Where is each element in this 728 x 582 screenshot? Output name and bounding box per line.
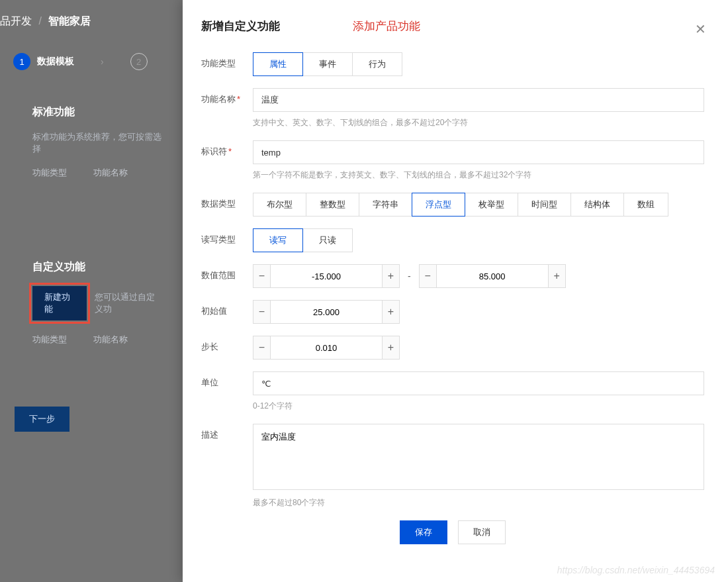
description-hint: 最多不超过80个字符 bbox=[253, 497, 704, 509]
modal-subtitle: 添加产品功能 bbox=[353, 19, 420, 34]
rw-type-readwrite[interactable]: 读写 bbox=[253, 228, 303, 252]
minus-icon[interactable]: − bbox=[253, 336, 271, 360]
label-init-value: 初始值 bbox=[201, 300, 253, 317]
func-type-event[interactable]: 事件 bbox=[302, 52, 353, 76]
cancel-button[interactable]: 取消 bbox=[458, 520, 506, 544]
identifier-input[interactable] bbox=[253, 140, 704, 164]
label-data-type: 数据类型 bbox=[201, 193, 253, 210]
col-header: 功能类型 bbox=[32, 167, 67, 179]
label-identifier: 标识符* bbox=[201, 140, 253, 158]
step-stepper: − + bbox=[253, 336, 400, 360]
unit-hint: 0-12个字符 bbox=[253, 401, 704, 412]
breadcrumb: 品开发 / 智能家居 bbox=[0, 15, 91, 28]
unit-input[interactable] bbox=[253, 371, 704, 395]
range-max-input[interactable] bbox=[437, 264, 548, 288]
data-type-bool[interactable]: 布尔型 bbox=[253, 193, 306, 217]
label-range: 数值范围 bbox=[201, 264, 253, 281]
minus-icon[interactable]: − bbox=[419, 264, 437, 288]
add-function-modal: 新增自定义功能 添加产品功能 ✕ 功能类型 属性 事件 行为 功能名称* 支持中… bbox=[183, 0, 728, 582]
custom-function-card: 自定义功能 新建功能 您可以通过自定义功 功能类型 功能名称 bbox=[15, 245, 180, 391]
function-name-input[interactable] bbox=[253, 88, 704, 112]
data-type-array[interactable]: 数组 bbox=[623, 193, 668, 217]
close-icon[interactable]: ✕ bbox=[695, 23, 708, 36]
modal-footer: 保存 取消 bbox=[201, 520, 704, 544]
plus-icon[interactable]: + bbox=[382, 300, 400, 324]
description-textarea[interactable] bbox=[253, 424, 704, 490]
label-unit: 单位 bbox=[201, 371, 253, 389]
identifier-hint: 第一个字符不能是数字，支持英文、数字、下划线的组合，最多不超过32个字符 bbox=[253, 170, 704, 181]
label-function-type: 功能类型 bbox=[201, 52, 253, 70]
breadcrumb-part: 品开发 bbox=[0, 15, 32, 26]
func-type-action[interactable]: 行为 bbox=[352, 52, 402, 76]
data-type-enum[interactable]: 枚举型 bbox=[465, 193, 518, 217]
label-step: 步长 bbox=[201, 336, 253, 353]
func-type-attribute[interactable]: 属性 bbox=[253, 52, 303, 76]
step-label: 数据模板 bbox=[37, 56, 74, 68]
label-rw-type: 读写类型 bbox=[201, 228, 253, 246]
data-type-int[interactable]: 整数型 bbox=[306, 193, 359, 217]
range-min-stepper: − + bbox=[253, 264, 400, 288]
new-function-button[interactable]: 新建功能 bbox=[32, 286, 87, 320]
watermark: https://blog.csdn.net/weixin_44453694 bbox=[557, 565, 715, 575]
rw-type-readonly[interactable]: 只读 bbox=[302, 228, 353, 252]
step-1: 1 数据模板 bbox=[13, 53, 74, 70]
standard-function-card: 标准功能 标准功能为系统推荐，您可按需选择 功能类型 功能名称 bbox=[15, 90, 180, 222]
data-type-time[interactable]: 时间型 bbox=[518, 193, 571, 217]
card-title: 标准功能 bbox=[32, 105, 162, 119]
range-separator: - bbox=[408, 271, 411, 281]
step-2: 2 bbox=[130, 53, 148, 70]
data-type-string[interactable]: 字符串 bbox=[359, 193, 412, 217]
label-description: 描述 bbox=[201, 424, 253, 441]
breadcrumb-current: 智能家居 bbox=[48, 15, 91, 26]
data-type-group: 布尔型 整数型 字符串 浮点型 枚举型 时间型 结构体 数组 bbox=[253, 193, 704, 217]
init-value-stepper: − + bbox=[253, 300, 400, 324]
card-title: 自定义功能 bbox=[32, 260, 162, 274]
chevron-right-icon: › bbox=[101, 56, 104, 67]
data-type-struct[interactable]: 结构体 bbox=[570, 193, 624, 217]
minus-icon[interactable]: − bbox=[253, 300, 271, 324]
card-desc: 标准功能为系统推荐，您可按需选择 bbox=[32, 131, 162, 155]
range-max-stepper: − + bbox=[419, 264, 566, 288]
range-min-input[interactable] bbox=[271, 264, 382, 288]
save-button[interactable]: 保存 bbox=[400, 520, 447, 544]
minus-icon[interactable]: − bbox=[253, 264, 271, 288]
col-header: 功能名称 bbox=[93, 334, 128, 346]
plus-icon[interactable]: + bbox=[382, 336, 400, 360]
modal-title: 新增自定义功能 bbox=[201, 19, 280, 34]
init-value-input[interactable] bbox=[271, 300, 382, 324]
step-number: 2 bbox=[130, 53, 148, 70]
step-input[interactable] bbox=[271, 336, 382, 360]
function-type-group: 属性 事件 行为 bbox=[253, 52, 704, 76]
next-step-button[interactable]: 下一步 bbox=[15, 407, 69, 432]
card-desc-after: 您可以通过自定义功 bbox=[95, 291, 162, 315]
data-type-float[interactable]: 浮点型 bbox=[412, 193, 465, 217]
breadcrumb-sep: / bbox=[38, 15, 41, 26]
rw-type-group: 读写 只读 bbox=[253, 228, 704, 252]
plus-icon[interactable]: + bbox=[382, 264, 400, 288]
col-header: 功能名称 bbox=[93, 167, 128, 179]
function-name-hint: 支持中文、英文、数字、下划线的组合，最多不超过20个字符 bbox=[253, 117, 704, 128]
wizard-steps: 1 数据模板 › 2 bbox=[13, 53, 148, 70]
col-header: 功能类型 bbox=[32, 334, 67, 346]
step-number: 1 bbox=[13, 53, 30, 70]
plus-icon[interactable]: + bbox=[548, 264, 566, 288]
label-function-name: 功能名称* bbox=[201, 88, 253, 105]
